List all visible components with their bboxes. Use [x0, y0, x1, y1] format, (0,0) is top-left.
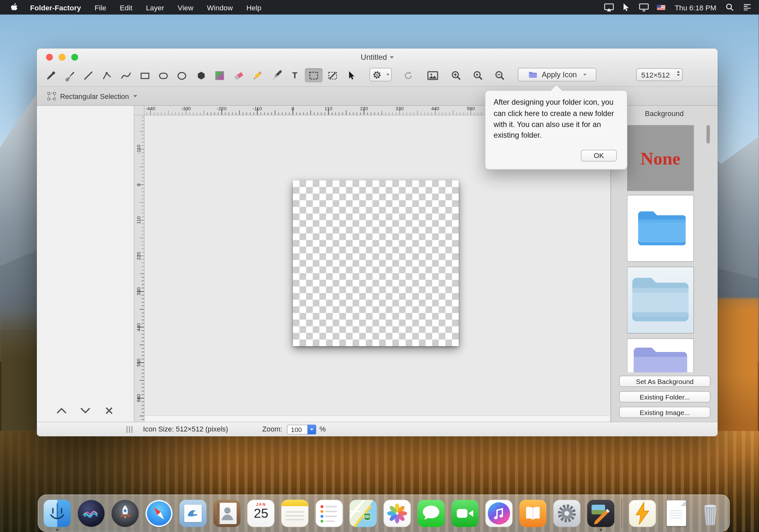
brush-tool-button[interactable]: [61, 68, 78, 83]
move-layer-up-button[interactable]: [52, 404, 71, 418]
dock-trash-icon[interactable]: [697, 500, 724, 527]
marquee-pen-tool-button[interactable]: [324, 68, 341, 83]
dock-system-preferences-icon[interactable]: [553, 500, 580, 527]
notes-line: [286, 511, 304, 512]
title-chevron-down-icon[interactable]: [390, 56, 394, 59]
apple-icon: [10, 3, 18, 12]
text-tool-button[interactable]: T: [286, 68, 303, 83]
dock-calendar-icon[interactable]: JAN 25: [248, 500, 275, 527]
menu-edit[interactable]: Edit: [113, 0, 139, 15]
text-tool-glyph: T: [292, 70, 298, 80]
eyedropper-tool-button[interactable]: [42, 68, 60, 83]
apply-icon-chevron-down-icon: [583, 74, 586, 76]
existing-image-button[interactable]: Existing Image...: [619, 407, 710, 418]
dock-mail-icon[interactable]: [180, 500, 207, 527]
layers-panel: [37, 106, 135, 422]
menu-help[interactable]: Help: [240, 0, 268, 15]
menu-layer[interactable]: Layer: [139, 0, 171, 15]
zoom-value-field[interactable]: 100: [287, 425, 307, 435]
apply-icon-label: Apply Icon: [542, 70, 577, 79]
curve-tool-button[interactable]: [117, 68, 135, 83]
menu-app-name[interactable]: Folder-Factory: [23, 0, 88, 15]
dock-finder-icon[interactable]: [44, 500, 71, 527]
open-book-icon: [519, 500, 546, 527]
h-ruler-label: 0: [292, 106, 294, 111]
notes-band: [282, 500, 309, 506]
polygon-tool-button[interactable]: [193, 68, 210, 83]
panel-scrollbar[interactable]: [707, 125, 710, 143]
reminders-list: [315, 500, 343, 527]
dock-launchpad-icon[interactable]: [111, 500, 139, 527]
v-ruler-label: 440: [136, 322, 141, 332]
popover-ok-button[interactable]: OK: [581, 150, 617, 162]
polyline-tool-button[interactable]: [99, 68, 116, 83]
screenshot-stage: Folder-Factory File Edit Layer View Wind…: [0, 0, 759, 532]
pointer-tool-button[interactable]: [342, 68, 360, 83]
person-silhouette-icon: [213, 500, 241, 527]
display-icon[interactable]: [635, 0, 652, 15]
dock-document-icon[interactable]: [663, 500, 690, 527]
transparent-icon-canvas[interactable]: [293, 180, 459, 346]
zoom-dropdown-button[interactable]: [307, 425, 316, 435]
dock-safari-icon[interactable]: [145, 500, 173, 527]
menu-bar-clock[interactable]: Thu 6:18 PM: [670, 0, 721, 15]
dock-lightning-app-icon[interactable]: [629, 500, 656, 527]
purple-folder-image: [632, 344, 689, 373]
line-tool-button[interactable]: [80, 68, 97, 83]
stepper-arrows[interactable]: [677, 71, 680, 76]
rectangular-marquee-tool-button-selected[interactable]: [305, 68, 323, 83]
eraser-tool-button[interactable]: [230, 68, 247, 83]
zoom-combo-box[interactable]: 100: [287, 425, 316, 435]
menu-view[interactable]: View: [171, 0, 200, 15]
image-button[interactable]: [424, 68, 441, 83]
move-layer-down-button[interactable]: [76, 404, 95, 418]
panel-resize-grip[interactable]: [127, 426, 133, 433]
menu-file[interactable]: File: [88, 0, 113, 15]
ellipse-tool-button[interactable]: [173, 68, 191, 83]
rectangle-tool-button[interactable]: [137, 68, 154, 83]
set-as-background-button[interactable]: Set As Background: [619, 376, 710, 387]
window-title: Untitled: [37, 53, 718, 62]
background-thumbnail-blue-folder[interactable]: [627, 195, 694, 262]
v-ruler-label: -110: [136, 144, 141, 154]
dock-graphics-app-icon[interactable]: [587, 500, 615, 527]
delete-layer-button[interactable]: [100, 404, 118, 418]
airplay-display-icon[interactable]: [600, 0, 618, 15]
maps-roads: [349, 500, 377, 527]
zoom-out-button[interactable]: [491, 68, 509, 83]
dock-messages-icon[interactable]: [417, 500, 445, 527]
dock-ibooks-icon[interactable]: [519, 500, 546, 527]
dock-itunes-icon[interactable]: [485, 500, 512, 527]
zoom-in-button[interactable]: [448, 68, 465, 83]
dock-photos-icon[interactable]: [383, 500, 411, 527]
pencil-tool-button[interactable]: [249, 68, 266, 83]
pointer-status-icon[interactable]: [618, 0, 635, 15]
h-ruler-label: -440: [146, 106, 155, 111]
spotlight-search-icon[interactable]: [721, 0, 739, 15]
apple-menu[interactable]: [0, 0, 23, 15]
knife-tool-button[interactable]: [268, 68, 285, 83]
rounded-rectangle-tool-button[interactable]: [155, 68, 172, 83]
menu-window[interactable]: Window: [200, 0, 240, 15]
zoom-actual-size-button[interactable]: [469, 68, 487, 83]
apply-icon-button[interactable]: Apply Icon: [518, 68, 596, 81]
input-source-flag-icon[interactable]: [652, 0, 670, 15]
g radient-tool-button[interactable]: [211, 68, 228, 83]
dock-maps-icon[interactable]: 280: [349, 500, 377, 527]
background-thumbnail-none[interactable]: None: [627, 125, 694, 191]
background-thumbnail-light-folder[interactable]: [627, 267, 694, 333]
gear-menu-button[interactable]: [370, 68, 392, 81]
background-thumbnail-purple-folder[interactable]: [627, 338, 694, 372]
selection-mode-label[interactable]: Rectangular Selection: [60, 93, 129, 100]
dock-facetime-icon[interactable]: [451, 500, 478, 527]
h-ruler-label: 110: [325, 106, 332, 111]
size-stepper[interactable]: 512×512: [636, 68, 683, 81]
dock-notes-icon[interactable]: [282, 500, 309, 527]
existing-folder-button[interactable]: Existing Folder...: [619, 392, 710, 403]
dock-siri-icon[interactable]: [78, 500, 105, 527]
rotate-button-disabled[interactable]: [400, 68, 417, 83]
dock-contacts-icon[interactable]: [213, 500, 241, 527]
notification-center-icon[interactable]: [739, 0, 756, 15]
selection-mode-chevron-icon[interactable]: [133, 95, 137, 97]
dock-reminders-icon[interactable]: [315, 500, 343, 527]
